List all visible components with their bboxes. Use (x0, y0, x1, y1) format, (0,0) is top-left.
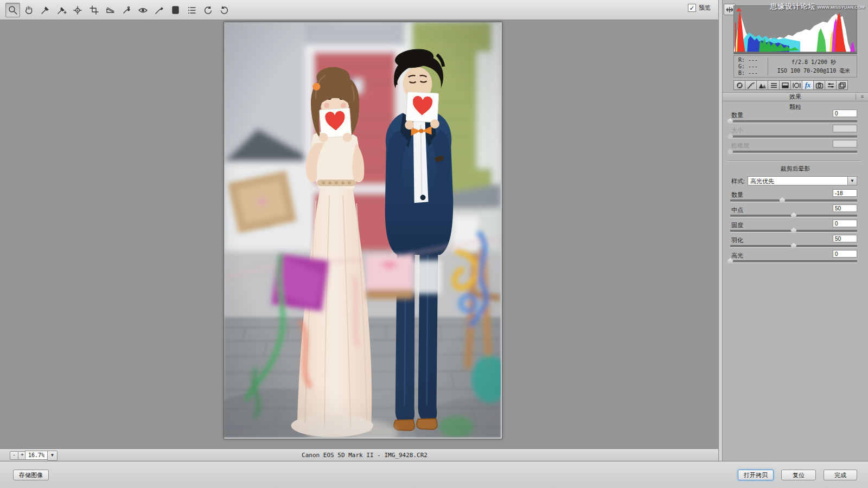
watermark-site-url: WWW.MISSYUAN.COM (817, 5, 865, 10)
reset-button[interactable]: 复位 (781, 470, 816, 480)
section-divider (728, 160, 860, 162)
watermark: 思缘设计论坛 WWW.MISSYUAN.COM (770, 2, 865, 11)
slider-value-box[interactable]: 0 (833, 220, 857, 227)
slider-value-box (833, 125, 857, 132)
slider-label: 羽化 (731, 236, 743, 245)
slider-track[interactable] (730, 260, 857, 263)
color-sampler-tool-button[interactable] (54, 3, 69, 17)
slider-value-box[interactable]: -18 (833, 189, 857, 197)
slider-thumb[interactable] (779, 197, 785, 203)
white-balance-tool-button[interactable] (38, 3, 53, 17)
slider-value-box[interactable]: 0 (833, 250, 857, 258)
rgb-g-value: G: --- (738, 63, 758, 70)
red-eye-removal-tool-button[interactable] (136, 3, 150, 17)
slider-label: 大小 (731, 126, 743, 134)
slider-track[interactable] (730, 200, 857, 202)
tab-lens-corrections[interactable] (790, 80, 802, 90)
slider-track (730, 151, 857, 153)
status-strip: - + 16.7% ▼ Canon EOS 5D Mark II - IMG_9… (0, 448, 718, 461)
tab-split-toning[interactable] (779, 80, 791, 90)
toolbar: ✓ 预览 (0, 0, 718, 20)
panel-divider (718, 0, 723, 461)
camera-raw-window: ✓ 预览 (0, 0, 868, 488)
vignette-section-title: 裁剪后晕影 (723, 165, 868, 173)
photo-preview[interactable] (224, 22, 502, 439)
info-divider (768, 57, 768, 75)
panel-menu-icon[interactable]: ≡ (856, 94, 864, 100)
rgb-b-value: B: --- (738, 70, 758, 76)
slider-label: 中点 (731, 206, 743, 214)
style-dropdown[interactable]: 高光优先 ▼ (748, 176, 857, 185)
slider-track[interactable] (730, 120, 857, 123)
slider-thumb[interactable] (791, 228, 797, 233)
exposure-info: f/2.8 1/200 秒 (772, 58, 856, 67)
targeted-adjustment-tool-button[interactable] (71, 3, 85, 17)
fullscreen-icon (725, 6, 734, 14)
tab-camera-calibration[interactable] (813, 80, 825, 90)
slider-track[interactable] (730, 215, 857, 217)
tab-presets[interactable] (825, 80, 837, 90)
adjustment-brush-tool-button[interactable] (152, 3, 167, 17)
straighten-tool-button[interactable] (103, 3, 118, 17)
slider-label: 数量 (731, 111, 743, 119)
slider-value-box[interactable]: 50 (833, 204, 857, 212)
shadow-clipping-indicator[interactable] (736, 8, 742, 11)
preview-label: 预览 (699, 4, 711, 12)
slider-value-box (833, 140, 857, 147)
open-preferences-tool-button[interactable] (184, 3, 199, 17)
adjustments-panel: 思缘设计论坛 WWW.MISSYUAN.COM R: --- G: --- B:… (723, 0, 868, 461)
slider-label: 数量 (731, 191, 743, 199)
zoom-out-button[interactable]: - (10, 451, 18, 460)
image-canvas (0, 20, 718, 448)
graduated-filter-tool-button[interactable] (168, 3, 183, 17)
slider-track (730, 136, 857, 138)
slider-label: 高光 (731, 252, 743, 260)
panel-title: 效果 (789, 93, 801, 100)
panel-tabs: fx (733, 80, 847, 90)
zoom-tool-button[interactable] (5, 3, 20, 17)
tab-hsl-grayscale[interactable] (768, 80, 780, 90)
preview-checkmark: ✓ (689, 5, 694, 11)
dropdown-arrow-icon[interactable]: ▼ (847, 177, 857, 185)
rotate-right-tool-button[interactable] (217, 3, 232, 17)
slider-value-box[interactable]: 0 (833, 110, 857, 117)
tab-effects[interactable]: fx (802, 80, 814, 90)
slider-track[interactable] (730, 230, 857, 233)
preview-checkbox[interactable]: ✓ (688, 4, 696, 12)
hand-tool-button[interactable] (22, 3, 36, 17)
style-dropdown-value: 高光优先 (750, 177, 774, 185)
spot-removal-tool-button[interactable] (119, 3, 134, 17)
rgb-r-value: R: --- (738, 57, 758, 63)
histogram-canvas (734, 6, 857, 54)
histogram[interactable] (733, 5, 857, 54)
tab-basic[interactable] (733, 80, 745, 90)
save-image-button[interactable]: 存储图像 (13, 470, 49, 480)
open-copy-button[interactable]: 打开拷贝 (738, 470, 774, 480)
panel-title-bar: 效果 ≡ (723, 92, 868, 101)
slider-label: 粗糙度 (731, 142, 749, 150)
style-label: 样式: (731, 177, 745, 185)
crop-tool-button[interactable] (87, 3, 101, 17)
iso-lens-info: ISO 100 70-200@110 毫米 (772, 67, 856, 75)
watermark-site-name: 思缘设计论坛 (770, 2, 815, 10)
tab-detail[interactable] (756, 80, 768, 90)
rotate-left-tool-button[interactable] (201, 3, 215, 17)
exif-info-box: R: --- G: --- B: --- f/2.8 1/200 秒 ISO 1… (733, 55, 857, 78)
image-title: Canon EOS 5D Mark II - IMG_9428.CR2 (302, 452, 427, 459)
bottom-bar: 存储图像 Adobe RGB (1998)；8 位； 3744 x 5616 (… (0, 461, 868, 488)
slider-thumb[interactable] (791, 213, 797, 218)
slider-thumb[interactable] (791, 243, 797, 248)
done-button[interactable]: 完成 (824, 470, 857, 480)
zoom-level-value[interactable]: 16.7% (25, 451, 48, 460)
fx-glyph: fx (805, 81, 810, 89)
zoom-level-dropdown[interactable]: ▼ (47, 451, 58, 461)
slider-track[interactable] (730, 245, 857, 248)
tab-tone-curve[interactable] (745, 80, 757, 90)
slider-label: 圆度 (731, 221, 743, 229)
photo-art (224, 22, 501, 438)
slider-value-box[interactable]: 50 (833, 235, 857, 242)
tab-snapshots[interactable] (836, 80, 848, 90)
